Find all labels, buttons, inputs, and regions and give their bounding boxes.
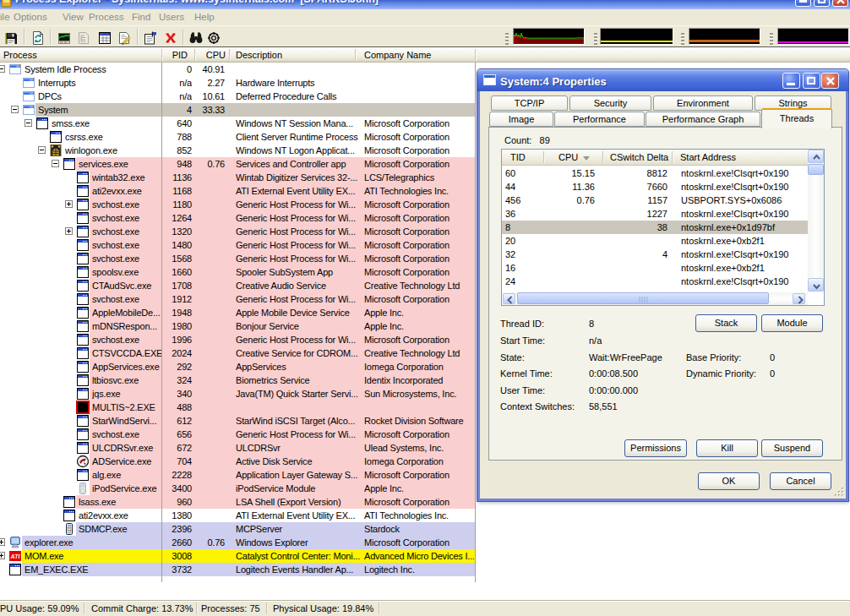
svg-text:ATI: ATI [10, 553, 21, 559]
